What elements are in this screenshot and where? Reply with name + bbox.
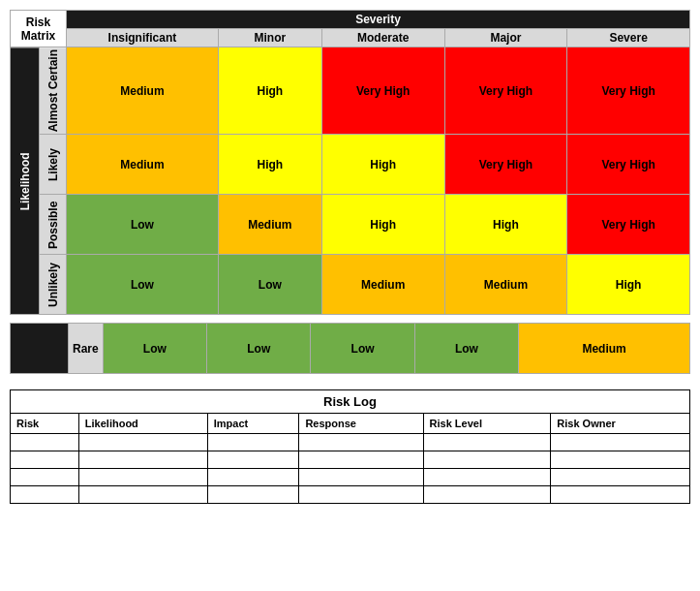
col-header-minor: Minor (218, 29, 321, 47)
row-label-possible: Possible (40, 195, 67, 255)
col-header-severe: Severe (567, 29, 690, 47)
risk-log-cell-level-2 (423, 451, 551, 469)
cell-almost-certain-insignificant: Medium (67, 47, 219, 135)
cell-rare-severe: Medium (519, 324, 690, 374)
cell-rare-moderate: Low (311, 324, 414, 374)
risk-log-cell-risk-1 (11, 434, 79, 451)
cell-rare-major: Low (414, 324, 518, 374)
cell-possible-insignificant: Low (67, 195, 219, 255)
cell-likely-severe: Very High (567, 135, 690, 195)
risk-log-cell-response-2 (299, 451, 423, 469)
cell-likely-major: Very High (444, 135, 567, 195)
risk-log-cell-risk-4 (11, 486, 79, 504)
row-label-rare: Rare (69, 324, 104, 374)
risk-log-subheader-row: Risk Likelihood Impact Response Risk Lev… (11, 414, 690, 434)
cell-possible-moderate: High (321, 195, 444, 255)
cell-almost-certain-severe: Very High (567, 47, 690, 135)
risk-log-row-4 (11, 486, 690, 504)
col-header-moderate: Moderate (321, 29, 444, 47)
risk-log-row-2 (11, 451, 690, 469)
col-risk-level: Risk Level (423, 414, 551, 434)
risk-log-cell-likelihood-3 (78, 469, 207, 486)
cell-possible-minor: Medium (218, 195, 321, 255)
risk-matrix-title: Risk Matrix (11, 11, 67, 47)
risk-log-cell-impact-2 (207, 451, 299, 469)
cell-unlikely-moderate: Medium (321, 255, 444, 315)
risk-log-cell-likelihood-1 (78, 434, 207, 451)
col-header-major: Major (444, 29, 567, 47)
row-label-likely: Likely (40, 135, 67, 195)
risk-log-cell-owner-4 (551, 486, 690, 504)
risk-log-row-3 (11, 469, 690, 486)
cell-unlikely-major: Medium (444, 255, 567, 315)
cell-possible-severe: Very High (567, 195, 690, 255)
risk-log-cell-owner-1 (551, 434, 690, 451)
col-impact: Impact (207, 414, 299, 434)
risk-log-row-1 (11, 434, 690, 451)
cell-rare-minor: Low (207, 324, 311, 374)
row-label-almost-certain: Almost Certain (40, 47, 67, 135)
risk-log-cell-impact-4 (207, 486, 299, 504)
severity-header: Severity (67, 11, 690, 29)
cell-likely-moderate: High (321, 135, 444, 195)
rare-black-left (11, 324, 69, 374)
cell-likely-insignificant: Medium (67, 135, 219, 195)
row-label-unlikely: Unlikely (40, 255, 67, 315)
col-header-insignificant: Insignificant (67, 29, 219, 47)
risk-log-cell-likelihood-2 (78, 451, 207, 469)
risk-log-cell-impact-3 (207, 469, 299, 486)
cell-unlikely-minor: Low (218, 255, 321, 315)
cell-unlikely-severe: High (567, 255, 690, 315)
cell-almost-certain-major: Very High (444, 47, 567, 135)
risk-log-cell-level-3 (423, 469, 551, 486)
cell-almost-certain-moderate: Very High (321, 47, 444, 135)
risk-log-cell-owner-2 (551, 451, 690, 469)
risk-log-cell-response-1 (299, 434, 423, 451)
risk-log-cell-owner-3 (551, 469, 690, 486)
col-likelihood: Likelihood (78, 414, 207, 434)
risk-log-title: Risk Log (11, 390, 690, 414)
likelihood-header: Likelihood (11, 47, 40, 315)
risk-log-cell-risk-2 (11, 451, 79, 469)
cell-possible-major: High (444, 195, 567, 255)
rare-row-table: Rare Low Low Low Low Medium (10, 323, 690, 374)
cell-rare-insignificant: Low (103, 324, 206, 374)
risk-matrix-table: Risk Matrix Severity Insignificant Minor… (10, 10, 690, 315)
cell-likely-minor: High (218, 135, 321, 195)
risk-log-cell-level-1 (423, 434, 551, 451)
risk-log-cell-likelihood-4 (78, 486, 207, 504)
risk-log-cell-response-3 (299, 469, 423, 486)
col-risk: Risk (11, 414, 79, 434)
cell-unlikely-insignificant: Low (67, 255, 219, 315)
risk-log-table: Risk Log Risk Likelihood Impact Response… (10, 389, 690, 504)
risk-log-cell-impact-1 (207, 434, 299, 451)
cell-almost-certain-minor: High (218, 47, 321, 135)
col-response: Response (299, 414, 423, 434)
risk-log-cell-level-4 (423, 486, 551, 504)
col-risk-owner: Risk Owner (551, 414, 690, 434)
risk-log-cell-response-4 (299, 486, 423, 504)
risk-log-cell-risk-3 (11, 469, 79, 486)
risk-log-container: Risk Log Risk Likelihood Impact Response… (10, 389, 690, 504)
